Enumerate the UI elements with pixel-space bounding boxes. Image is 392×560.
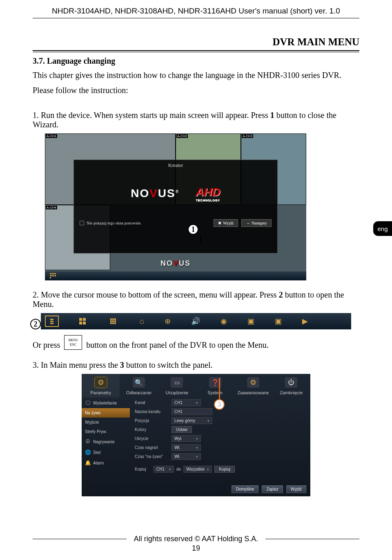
search-icon: 🔍 (135, 379, 143, 387)
record-icon[interactable]: ▣ (247, 317, 254, 326)
select-ukrycie[interactable]: Wył.▾ (172, 435, 201, 442)
side-nazywo[interactable]: Na żywo (82, 408, 130, 418)
power-icon: ⏻ (288, 379, 294, 386)
wizard-title: Kreator (74, 160, 277, 171)
side-strefy[interactable]: Strefy Pryw. (82, 427, 130, 436)
select-copyto[interactable]: Wszystkie▾ (183, 466, 212, 473)
callout-marker-2: 2 (30, 319, 41, 329)
caret-icon: ▾ (207, 419, 209, 423)
footer-rule-right (265, 539, 359, 539)
caret-icon: ▾ (196, 446, 198, 450)
select-kanal[interactable]: CH1▾ (172, 399, 201, 406)
tab-zaawansowane[interactable]: ⚙Zaawansowane (234, 374, 272, 398)
esc-label: ESC (70, 343, 77, 347)
button-wyjdz[interactable]: Wyjdź (286, 485, 306, 493)
page-footer: All rights reserved © AAT Holding S.A. 1… (33, 535, 359, 553)
wizard-next-button[interactable]: →Następny (241, 219, 272, 227)
cam-label-4: A-CH4 (46, 206, 57, 209)
header-rule (33, 18, 359, 18)
label-kanal: Kanał (135, 400, 169, 405)
intro-para-2: Please follow the instruction: (33, 85, 359, 96)
tab-parametry[interactable]: ⚙Parametry (82, 374, 120, 398)
cam-label-2: A-CH2 (176, 134, 188, 138)
tab-odtwarzanie[interactable]: 🔍Odtwarzanie (120, 374, 158, 398)
callout-marker-1: 1 (188, 224, 198, 235)
or-press-row: 2 Or press MENU ESC button on the front … (33, 335, 359, 350)
select-czasnagran[interactable]: Wł.▾ (172, 444, 201, 451)
orpress-suffix: button on the front panel of the DVR to … (86, 340, 269, 350)
figure-3: ⚙Parametry 🔍Odtwarzanie ▭Urządzenie ❓Sys… (33, 374, 359, 496)
step3-text-b: button to switch the panel. (124, 360, 213, 369)
tab-system[interactable]: ❓System (196, 374, 234, 398)
intro-para-1: This chapter gives the instruction how t… (33, 70, 359, 81)
info-icon: ❓ (211, 379, 219, 387)
speaker-icon[interactable]: 🔊 (191, 317, 200, 326)
callout-marker-3: 3 (214, 399, 225, 410)
step3-boldnum: 3 (120, 360, 124, 369)
network-icon: 🌐 (85, 449, 91, 455)
label-kopiuj: Kopiuj (135, 467, 151, 471)
caret-icon: ▾ (196, 455, 198, 459)
mainmenu-tabs: ⚙Parametry 🔍Odtwarzanie ▭Urządzenie ❓Sys… (82, 374, 310, 398)
step1-boldnum: 1 (270, 111, 274, 120)
side-wyswietlanie[interactable]: 🖵Wyświetlanie (82, 398, 130, 408)
grid9-icon[interactable] (109, 317, 119, 325)
caret-icon: ▾ (196, 437, 198, 441)
section-title: 3.7. Language changing (33, 56, 359, 66)
step1-text-a: 1. Run the device. When system starts up… (33, 111, 270, 120)
input-nazwa[interactable]: CH1 (172, 408, 212, 415)
button-kopiuj[interactable]: Kopiuj (214, 466, 235, 473)
grid4-icon[interactable] (78, 317, 88, 325)
novus-splash-logo: NOVUS (160, 259, 191, 268)
play-icon[interactable]: ▶ (302, 317, 308, 326)
target-icon[interactable]: ⊕ (165, 317, 171, 326)
button-domyslne[interactable]: Domyślne (232, 485, 258, 493)
button-zapisz[interactable]: Zapisz (262, 485, 283, 493)
record2-icon: ⦿ (85, 439, 91, 444)
side-nagrywanie[interactable]: ⦿Nagrywanie (82, 436, 130, 447)
label-do: do (176, 467, 181, 471)
alarm-icon: 🔔 (85, 460, 91, 466)
side-siec[interactable]: 🌐Sieć (82, 447, 130, 458)
roof-icon[interactable]: ⌂ (140, 317, 144, 326)
menu-esc-button[interactable]: MENU ESC (64, 335, 82, 350)
button-ustaw[interactable]: Ustaw (172, 426, 192, 433)
mainmenu-sidebar: 🖵Wyświetlanie Na żywo Wyjście Strefy Pry… (82, 398, 130, 478)
select-copyfrom[interactable]: CH1▾ (154, 466, 174, 473)
caret-icon: ▾ (207, 467, 209, 471)
step-2: 2. Move the cursor mouse to bottom of th… (33, 290, 359, 309)
footer-text: All rights reserved © AAT Holding S.A. (134, 535, 258, 543)
monitor-icon: 🖵 (85, 400, 91, 406)
label-nazwa: Nazwa kanału (135, 409, 169, 414)
callout-arrow-1 (200, 235, 201, 244)
page-number: 19 (33, 544, 359, 553)
menu-label: MENU (68, 339, 78, 342)
wizard-dontshow-checkbox[interactable]: Nie pokazuj tego okna ponownie. (80, 221, 142, 225)
x-icon: ✖ (218, 221, 221, 225)
snapshot-icon[interactable]: ▣ (275, 317, 282, 326)
side-alarm[interactable]: 🔔Alarm (82, 458, 130, 468)
tab-zamkniecie[interactable]: ⏻Zamknięcie (272, 374, 310, 398)
gear2-icon: ⚙ (250, 378, 256, 387)
figure-1: 01/20/2015 15:48:33 A-CH1 A-CH2 A-CH3 A-… (45, 133, 359, 280)
toolbar-grid-icon[interactable] (50, 273, 57, 279)
language-side-tab[interactable]: eng (373, 221, 392, 236)
wizard-checkbox-label: Nie pokazuj tego okna ponownie. (87, 221, 142, 225)
tab-urzadzenie[interactable]: ▭Urządzenie (158, 374, 196, 398)
wizard-dialog: Kreator NOVUS® AHD TECHNOLOGY Nie pokazu… (74, 160, 278, 253)
ptz-icon[interactable]: ◉ (220, 317, 227, 326)
label-czasnagran: Czas nagrań (135, 445, 169, 450)
select-pozycja[interactable]: Lewy górny▾ (172, 417, 212, 424)
double-rule (33, 50, 359, 52)
step-1: 1. Run the device. When system starts up… (33, 111, 359, 129)
doc-header: NHDR-3104AHD, NHDR-3108AHD, NHDR-3116AHD… (33, 0, 359, 18)
side-wyjscie[interactable]: Wyjście (82, 418, 130, 427)
page-heading: DVR MAIN MENU (33, 36, 359, 48)
step2-boldnum: 2 (279, 290, 283, 299)
mainmenu-footer: Domyślne Zapisz Wyjdź (232, 485, 306, 493)
wizard-exit-button[interactable]: ✖Wyjdź (214, 219, 238, 227)
callout-arrow-3 (219, 378, 220, 400)
select-czaszywo[interactable]: Wł.▾ (172, 453, 201, 460)
footer-rule-left (33, 539, 127, 539)
menu-list-icon[interactable] (47, 317, 57, 325)
